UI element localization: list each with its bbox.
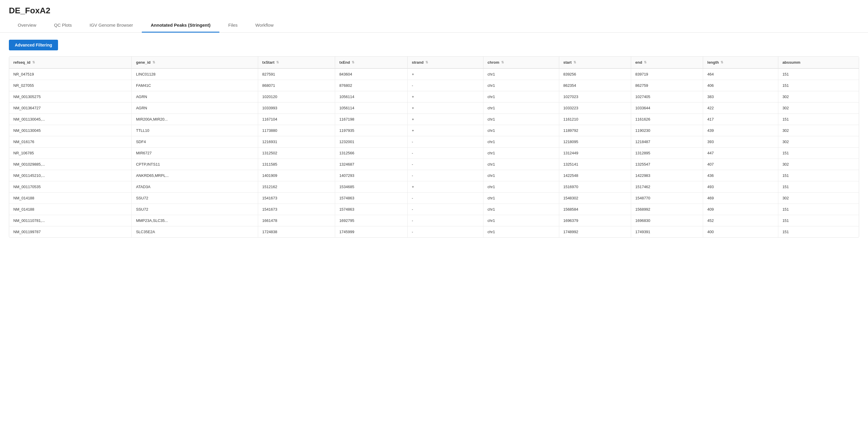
- tab-overview[interactable]: Overview: [9, 18, 45, 33]
- cell-abssumm: 302: [778, 136, 859, 148]
- table-row: NM_016176SDF412169311232001-chr112180951…: [9, 136, 859, 148]
- cell-refseq_id: NR_047519: [9, 68, 132, 80]
- cell-txStart: 1216931: [258, 136, 335, 148]
- cell-refseq_id: NR_027055: [9, 80, 132, 91]
- col-length: length ⇅: [703, 57, 778, 68]
- cell-txEnd: 1574863: [335, 204, 408, 215]
- cell-length: 393: [703, 136, 778, 148]
- cell-gene_id: MIR200A,MIR20...: [132, 114, 258, 125]
- cell-strand: -: [407, 215, 483, 226]
- cell-refseq_id: NM_014188: [9, 204, 132, 215]
- cell-length: 439: [703, 125, 778, 136]
- cell-chrom: chr1: [483, 226, 559, 238]
- cell-strand: -: [407, 159, 483, 170]
- cell-strand: -: [407, 192, 483, 204]
- cell-txEnd: 876802: [335, 80, 408, 91]
- tab-igv[interactable]: IGV Genome Browser: [81, 18, 142, 33]
- cell-length: 406: [703, 80, 778, 91]
- cell-refseq_id: NM_001130045: [9, 125, 132, 136]
- table-body: NR_047519LINC01128827591843604+chr183925…: [9, 68, 859, 237]
- cell-length: 493: [703, 181, 778, 192]
- cell-end: 1325547: [631, 159, 703, 170]
- filter-icon-length[interactable]: ⇅: [720, 60, 723, 64]
- cell-txStart: 1167104: [258, 114, 335, 125]
- cell-refseq_id: NM_001305275: [9, 91, 132, 102]
- cell-refseq_id: NM_014188: [9, 192, 132, 204]
- cell-end: 1190230: [631, 125, 703, 136]
- table-row: NM_001130045TTLL1011738801197935+chr1118…: [9, 125, 859, 136]
- cell-gene_id: TTLL10: [132, 125, 258, 136]
- table-header-row: refseq_id ⇅ gene_id ⇅ txStart ⇅: [9, 57, 859, 68]
- cell-gene_id: MIR6727: [132, 148, 258, 159]
- cell-txEnd: 1574863: [335, 192, 408, 204]
- cell-strand: +: [407, 181, 483, 192]
- cell-abssumm: 302: [778, 192, 859, 204]
- filter-icon-refseq[interactable]: ⇅: [32, 60, 35, 64]
- filter-icon-chrom[interactable]: ⇅: [501, 60, 504, 64]
- cell-txStart: 1724838: [258, 226, 335, 238]
- data-table: refseq_id ⇅ gene_id ⇅ txStart ⇅: [9, 57, 859, 237]
- cell-start: 1548302: [559, 192, 631, 204]
- cell-strand: +: [407, 102, 483, 114]
- cell-start: 1422548: [559, 170, 631, 181]
- cell-gene_id: SDF4: [132, 136, 258, 148]
- cell-refseq_id: NM_001170535: [9, 181, 132, 192]
- filter-icon-gene[interactable]: ⇅: [152, 60, 155, 64]
- cell-chrom: chr1: [483, 181, 559, 192]
- cell-end: 1422983: [631, 170, 703, 181]
- filter-icon-txstart[interactable]: ⇅: [276, 60, 279, 64]
- cell-txStart: 1311585: [258, 159, 335, 170]
- cell-txStart: 868071: [258, 80, 335, 91]
- cell-gene_id: LINC01128: [132, 68, 258, 80]
- cell-chrom: chr1: [483, 192, 559, 204]
- cell-end: 1033644: [631, 102, 703, 114]
- cell-start: 1325141: [559, 159, 631, 170]
- tab-qc-plots[interactable]: QC Plots: [45, 18, 81, 33]
- cell-strand: +: [407, 125, 483, 136]
- tab-files[interactable]: Files: [219, 18, 247, 33]
- cell-refseq_id: NM_016176: [9, 136, 132, 148]
- cell-txEnd: 1534685: [335, 181, 408, 192]
- cell-length: 407: [703, 159, 778, 170]
- tab-bar: Overview QC Plots IGV Genome Browser Ann…: [0, 18, 868, 33]
- filter-icon-start[interactable]: ⇅: [574, 60, 576, 64]
- col-txstart: txStart ⇅: [258, 57, 335, 68]
- filter-icon-txend[interactable]: ⇅: [352, 60, 354, 64]
- cell-txStart: 1541673: [258, 204, 335, 215]
- cell-chrom: chr1: [483, 102, 559, 114]
- cell-strand: -: [407, 170, 483, 181]
- cell-txEnd: 1197935: [335, 125, 408, 136]
- filter-icon-end[interactable]: ⇅: [644, 60, 647, 64]
- cell-abssumm: 151: [778, 181, 859, 192]
- cell-start: 1748992: [559, 226, 631, 238]
- cell-abssumm: 302: [778, 125, 859, 136]
- cell-start: 1516970: [559, 181, 631, 192]
- cell-txStart: 1512162: [258, 181, 335, 192]
- table-row: NR_106785MIR672713125021312566-chr113124…: [9, 148, 859, 159]
- cell-abssumm: 151: [778, 226, 859, 238]
- data-table-wrapper: refseq_id ⇅ gene_id ⇅ txStart ⇅: [9, 56, 859, 238]
- cell-end: 1312895: [631, 148, 703, 159]
- cell-abssumm: 302: [778, 91, 859, 102]
- cell-start: 1696379: [559, 215, 631, 226]
- cell-txEnd: 1167198: [335, 114, 408, 125]
- cell-abssumm: 151: [778, 114, 859, 125]
- advanced-filtering-button[interactable]: Advanced Filtering: [9, 40, 58, 50]
- main-content: Advanced Filtering refseq_id ⇅ gene_id ⇅: [0, 33, 868, 245]
- cell-length: 409: [703, 204, 778, 215]
- table-row: NM_014188SSU7215416731574863-chr11568584…: [9, 204, 859, 215]
- filter-icon-strand[interactable]: ⇅: [426, 60, 428, 64]
- cell-txStart: 1020120: [258, 91, 335, 102]
- cell-strand: +: [407, 114, 483, 125]
- cell-gene_id: MMP23A,SLC35...: [132, 215, 258, 226]
- cell-chrom: chr1: [483, 114, 559, 125]
- cell-end: 1749391: [631, 226, 703, 238]
- table-row: NM_001364727AGRN10339931056114+chr110332…: [9, 102, 859, 114]
- tab-annotated-peaks[interactable]: Annotated Peaks (Stringent): [142, 18, 219, 33]
- cell-refseq_id: NM_001130045,...: [9, 114, 132, 125]
- cell-txStart: 1401909: [258, 170, 335, 181]
- tab-workflow[interactable]: Workflow: [247, 18, 282, 33]
- cell-abssumm: 302: [778, 102, 859, 114]
- table-row: NM_001110781,...MMP23A,SLC35...166147816…: [9, 215, 859, 226]
- cell-end: 1568992: [631, 204, 703, 215]
